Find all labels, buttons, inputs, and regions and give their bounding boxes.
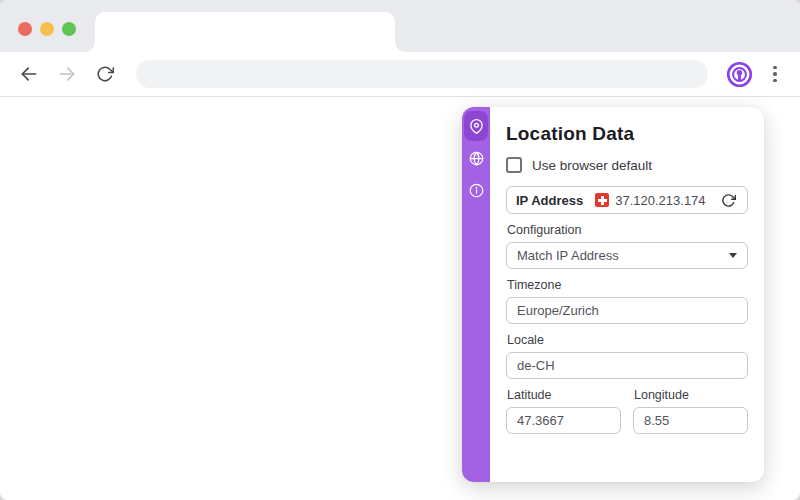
page-content: Location Data Use browser default IP Add… xyxy=(0,97,800,499)
reload-button[interactable] xyxy=(90,59,120,89)
browser-tab[interactable] xyxy=(95,12,395,52)
back-arrow-icon xyxy=(19,64,39,84)
minimize-window-button[interactable] xyxy=(40,22,54,36)
longitude-field: Longitude xyxy=(633,379,748,434)
back-button[interactable] xyxy=(14,59,44,89)
sidebar-item-info[interactable] xyxy=(464,175,488,205)
chevron-down-icon xyxy=(729,253,737,258)
browser-window: Location Data Use browser default IP Add… xyxy=(0,0,800,500)
ip-refresh-button[interactable] xyxy=(718,190,738,210)
longitude-input[interactable] xyxy=(633,407,748,434)
sidebar-item-network[interactable] xyxy=(464,143,488,173)
ip-address-value: 37.120.213.174 xyxy=(615,193,705,208)
forward-button[interactable] xyxy=(52,59,82,89)
switzerland-flag-icon xyxy=(595,193,609,207)
latitude-field: Latitude xyxy=(506,379,621,434)
timezone-input[interactable] xyxy=(506,297,748,324)
popup-title: Location Data xyxy=(506,123,748,145)
kebab-dot xyxy=(773,72,777,76)
address-bar-input[interactable] xyxy=(136,60,708,88)
forward-arrow-icon xyxy=(57,64,77,84)
close-window-button[interactable] xyxy=(18,22,32,36)
browser-toolbar xyxy=(0,52,800,97)
timezone-label: Timezone xyxy=(507,278,748,292)
info-icon xyxy=(469,183,484,198)
map-pin-icon xyxy=(469,119,484,134)
refresh-icon xyxy=(721,193,736,208)
kebab-dot xyxy=(773,66,777,70)
configuration-selected-value: Match IP Address xyxy=(517,248,619,263)
popup-sidebar xyxy=(462,107,490,482)
browser-menu-button[interactable] xyxy=(764,59,786,89)
latitude-input[interactable] xyxy=(506,407,621,434)
longitude-label: Longitude xyxy=(634,388,748,402)
maximize-window-button[interactable] xyxy=(62,22,76,36)
location-extension-popup: Location Data Use browser default IP Add… xyxy=(462,107,764,482)
reload-icon xyxy=(96,65,114,83)
ip-address-row: IP Address 37.120.213.174 xyxy=(506,186,748,214)
locale-input[interactable] xyxy=(506,352,748,379)
globe-icon xyxy=(469,151,484,166)
lat-long-grid: Latitude Longitude xyxy=(506,379,748,434)
configuration-label: Configuration xyxy=(507,223,748,237)
popup-content: Location Data Use browser default IP Add… xyxy=(490,107,764,482)
kebab-dot xyxy=(773,79,777,83)
sidebar-item-location[interactable] xyxy=(464,111,488,141)
browser-titlebar xyxy=(0,0,800,52)
use-browser-default-label: Use browser default xyxy=(532,158,652,173)
locale-label: Locale xyxy=(507,333,748,347)
window-controls xyxy=(18,22,76,36)
location-extension-button[interactable] xyxy=(724,59,754,89)
vytal-location-logo-icon xyxy=(726,61,753,88)
ip-address-label: IP Address xyxy=(516,193,583,208)
configuration-select[interactable]: Match IP Address xyxy=(506,242,748,269)
use-browser-default-row: Use browser default xyxy=(506,157,748,173)
use-browser-default-checkbox[interactable] xyxy=(506,157,522,173)
latitude-label: Latitude xyxy=(507,388,621,402)
